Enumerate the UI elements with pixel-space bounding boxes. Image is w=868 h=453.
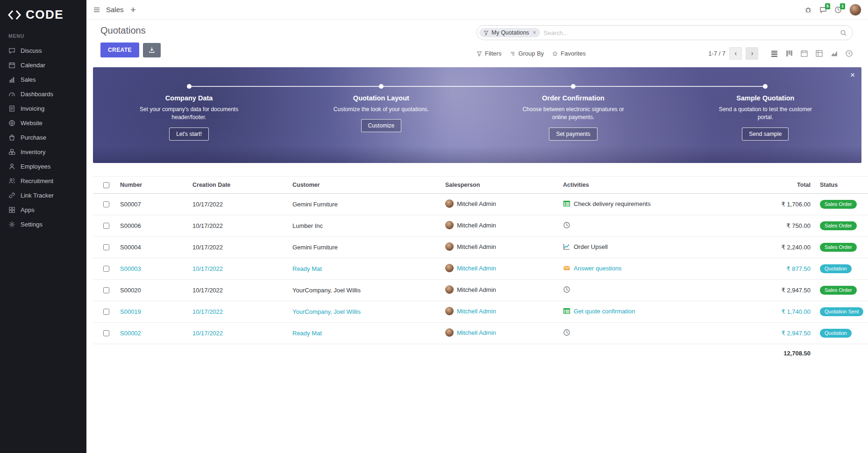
status-cell: Sales Order	[815, 215, 868, 237]
search-icon[interactable]	[840, 29, 847, 36]
column-header-number[interactable]: Number	[115, 177, 188, 194]
table-row[interactable]: S0000710/17/2022Gemini FurnitureMitchell…	[93, 194, 868, 215]
table-row[interactable]: S0000310/17/2022Ready MatMitchell AdminA…	[93, 258, 868, 280]
group-by-icon	[510, 51, 515, 57]
sidebar-item-invoicing[interactable]: Invoicing	[0, 101, 86, 116]
salesperson-cell: Mitchell Admin	[441, 215, 558, 237]
sidebar-item-settings[interactable]: Settings	[0, 217, 86, 232]
sidebar-item-inventory[interactable]: Inventory	[0, 145, 86, 159]
table-row[interactable]: S0002010/17/2022YourCompany, Joel Willis…	[93, 280, 868, 301]
status-badge: Quotation Sent	[820, 307, 863, 316]
quotation-number[interactable]: S00003	[115, 258, 188, 280]
debug-bug-icon[interactable]	[804, 6, 812, 14]
let-s-start-button[interactable]: Let's start!	[169, 127, 209, 141]
view-switch-kanban-icon[interactable]	[785, 50, 793, 57]
activity-cell[interactable]: Order Upsell	[558, 237, 759, 258]
row-checkbox[interactable]	[103, 287, 109, 293]
search-facet[interactable]: My Quotations ×	[479, 28, 540, 37]
sidebar-item-recruitment[interactable]: Recruitment	[0, 174, 86, 188]
view-switch-pivot-icon[interactable]	[815, 50, 823, 57]
activity-cell[interactable]: Answer questions	[558, 258, 759, 280]
sidebar-item-label: Apps	[21, 206, 35, 213]
pager-next-button[interactable]	[746, 47, 758, 60]
quotation-number[interactable]: S00006	[115, 215, 188, 237]
sidebar-item-website[interactable]: Website	[0, 116, 86, 130]
search-input[interactable]	[540, 29, 840, 36]
sidebar-item-calendar[interactable]: Calendar	[0, 58, 86, 72]
column-header-activities[interactable]: Activities	[558, 177, 759, 194]
menu-toggle-icon[interactable]	[93, 6, 100, 14]
activity-cell[interactable]	[558, 215, 759, 237]
column-header-status[interactable]: Status	[815, 177, 868, 194]
step-description: Choose between electronic signatures or …	[519, 106, 627, 122]
table-row[interactable]: S0000410/17/2022Gemini FurnitureMitchell…	[93, 237, 868, 258]
purchase-icon	[8, 134, 15, 141]
sidebar-item-label: Recruitment	[21, 177, 53, 184]
activity-cell[interactable]	[558, 280, 759, 301]
quotation-number[interactable]: S00007	[115, 194, 188, 215]
favorites-button[interactable]: Favorites	[552, 50, 585, 57]
activity-cell[interactable]: Check delivery requirements	[558, 194, 759, 215]
filters-label: Filters	[485, 50, 501, 57]
column-header-creation-date[interactable]: Creation Date	[188, 177, 288, 194]
quotation-number[interactable]: S00019	[115, 301, 188, 323]
quotation-number[interactable]: S00002	[115, 323, 188, 344]
pager-previous-button[interactable]	[729, 47, 742, 60]
sidebar-item-label: Invoicing	[21, 105, 44, 112]
filters-button[interactable]: Filters	[477, 50, 501, 57]
activity-label: Answer questions	[574, 265, 622, 272]
row-checkbox[interactable]	[103, 244, 109, 250]
set-payments-button[interactable]: Set payments	[549, 127, 597, 141]
sidebar-item-employees[interactable]: Employees	[0, 159, 86, 174]
facet-remove-icon[interactable]: ×	[533, 29, 536, 36]
sidebar-item-apps[interactable]: Apps	[0, 203, 86, 217]
group-by-button[interactable]: Group By	[510, 50, 544, 57]
view-switch-graph-icon[interactable]	[830, 50, 838, 57]
customize-button[interactable]: Customize	[361, 119, 402, 132]
sidebar-item-sales[interactable]: Sales	[0, 72, 86, 87]
sidebar-item-purchase[interactable]: Purchase	[0, 130, 86, 145]
banner-close-icon[interactable]: ×	[850, 71, 855, 79]
current-app-name[interactable]: Sales	[106, 6, 124, 14]
view-switch-list-icon[interactable]	[770, 50, 778, 57]
search-bar[interactable]: My Quotations ×	[477, 25, 853, 40]
app-logo[interactable]: CODE	[0, 0, 86, 31]
activities-button[interactable]: 1	[834, 6, 842, 14]
sidebar-item-discuss[interactable]: Discuss	[0, 43, 86, 58]
table-row[interactable]: S0001910/17/2022YourCompany, Joel Willis…	[93, 301, 868, 323]
activity-cell[interactable]	[558, 323, 759, 344]
send-sample-button[interactable]: Send sample	[742, 127, 789, 141]
view-switch-activity-icon[interactable]	[845, 50, 853, 57]
sidebar-item-label: Purchase	[21, 134, 46, 141]
row-checkbox[interactable]	[103, 266, 109, 272]
row-checkbox[interactable]	[103, 330, 109, 336]
column-header-salesperson[interactable]: Salesperson	[441, 177, 558, 194]
quotation-number[interactable]: S00020	[115, 280, 188, 301]
create-button[interactable]: CREATE	[100, 42, 139, 57]
view-switcher	[770, 50, 853, 57]
row-checkbox[interactable]	[103, 201, 109, 207]
user-avatar[interactable]	[849, 4, 861, 16]
table-row[interactable]: S0000610/17/2022Lumber IncMitchell Admin…	[93, 215, 868, 237]
export-button[interactable]	[143, 43, 161, 57]
salesperson-avatar	[445, 307, 454, 315]
view-switch-calendar-icon[interactable]	[800, 50, 808, 57]
column-header-total[interactable]: Total	[759, 177, 815, 194]
table-row[interactable]: S0000210/17/2022Ready MatMitchell Admin₹…	[93, 323, 868, 344]
quotation-number[interactable]: S00004	[115, 237, 188, 258]
sidebar-item-link-tracker[interactable]: Link Tracker	[0, 188, 86, 203]
add-tab-icon[interactable]	[129, 6, 137, 14]
website-icon	[8, 120, 15, 127]
status-cell: Quotation	[815, 258, 868, 280]
row-checkbox[interactable]	[103, 223, 109, 229]
select-all-checkbox[interactable]	[103, 182, 109, 188]
funnel-icon	[484, 30, 489, 35]
total-amount: ₹ 2,240.00	[759, 237, 815, 258]
link-icon	[8, 192, 15, 199]
activity-cell[interactable]: Get quote confirmation	[558, 301, 759, 323]
column-header-customer[interactable]: Customer	[288, 177, 441, 194]
row-checkbox[interactable]	[103, 309, 109, 315]
messages-button[interactable]: 5	[819, 6, 827, 14]
sidebar-item-dashboards[interactable]: Dashboards	[0, 87, 86, 101]
control-panel: Quotations CREATE My Quotations ×	[86, 20, 868, 66]
